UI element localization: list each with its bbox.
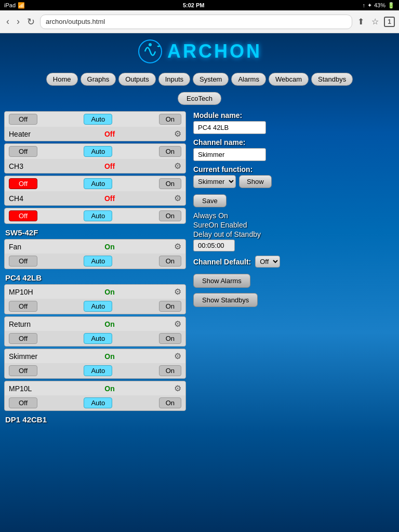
nav-outputs[interactable]: Outputs [118,73,156,86]
heater-off-button[interactable]: Off [9,114,37,125]
ch3-name: CH3 [9,162,45,170]
ch4-red-off-button[interactable]: Off [9,210,37,221]
logo-icon [137,38,163,64]
mp10h-name: MP10H [9,288,45,296]
return-name: Return [9,320,45,328]
mp10l-off-button[interactable]: Off [9,397,37,408]
return-on-button[interactable]: On [159,333,181,344]
content-area: Off Auto On Heater Off ⚙ Off Auto On [0,107,399,430]
logo-container: ARCHON [137,38,262,64]
heater-auto-button[interactable]: Auto [84,114,112,125]
tab-count[interactable]: 1 [384,17,395,27]
address-bar[interactable]: archon/outputs.html [40,15,352,29]
show-function-button[interactable]: Show [239,175,272,188]
mp10l-name: MP10L [9,384,45,393]
heater-on-button[interactable]: On [159,114,181,125]
fan-gear-icon[interactable]: ⚙ [174,242,181,251]
bluetooth-icon: ✦ [367,2,372,9]
channel-block-ch4-red: Off Auto On [4,208,186,224]
delay-time-input[interactable] [193,240,235,251]
share-button[interactable]: ⬆ [355,15,366,29]
mp10l-on-button[interactable]: On [159,397,181,408]
heater-gear-icon[interactable]: ⚙ [174,129,181,139]
status-right: ↑ ✦ 43% 🔋 [362,2,395,9]
show-standbys-button[interactable]: Show Standbys [193,293,258,307]
ch4-red-auto-button[interactable]: Auto [84,210,112,221]
return-auto-button[interactable]: Auto [84,333,112,344]
return-status: On [104,320,114,328]
skimmer-status: On [104,352,114,361]
nav-graphs[interactable]: Graphs [81,73,116,86]
mp10l-gear-icon[interactable]: ⚙ [174,383,181,393]
show-alarms-button[interactable]: Show Alarms [193,274,250,288]
url-text: archon/outputs.html [46,18,105,25]
channel-block-mp10h: MP10H On ⚙ Off Auto On [4,284,186,314]
channel-block-return: Return On ⚙ Off Auto On [4,316,186,347]
nav-standbys[interactable]: Standbys [311,73,353,86]
current-function-label: Current function: [193,165,393,174]
nav-alarms[interactable]: Alarms [231,73,265,86]
header: ARCHON [0,33,399,69]
ch3-on-button[interactable]: On [159,146,181,157]
channel-block-fan: Fan On ⚙ Off Auto On [4,239,186,269]
channel-row-top-skimmer: Skimmer On ⚙ [5,349,185,363]
ch3-red-on-button[interactable]: On [159,178,181,189]
browser-chrome: ‹ › ↻ archon/outputs.html ⬆ ☆ 1 [0,10,399,33]
fan-auto-button[interactable]: Auto [84,256,112,267]
forward-button[interactable]: › [15,14,22,29]
mp10h-gear-icon[interactable]: ⚙ [174,287,181,297]
fan-status: On [104,243,114,251]
nav-inputs[interactable]: Inputs [158,73,190,86]
fan-off-button[interactable]: Off [9,256,37,267]
current-function-row: Skimmer Show [193,175,393,188]
channel-row-top-fan: Fan On ⚙ [5,240,185,254]
ch3-gear-icon[interactable]: ⚙ [174,161,181,171]
back-button[interactable]: ‹ [4,14,11,29]
skimmer-off-button[interactable]: Off [9,365,37,376]
nav-home[interactable]: Home [46,73,78,86]
ch3-red-off-button[interactable]: Off [9,178,37,189]
always-on-text: Always On [193,211,393,220]
nav-webcam[interactable]: Webcam [269,73,309,86]
channel-row-bottom-ch4: CH4 Off ⚙ [5,191,185,205]
channel-default-label: Channel Default: [193,258,251,266]
function-select[interactable]: Skimmer [193,175,236,188]
ecotech-button[interactable]: EcoTech [178,92,221,105]
nav-system[interactable]: System [193,73,229,86]
channel-row-top-mp10l: MP10L On ⚙ [5,381,185,395]
bookmark-button[interactable]: ☆ [369,15,381,29]
heater-status: Off [104,130,115,138]
channel-default-select[interactable]: Off On [255,256,280,268]
mp10h-on-button[interactable]: On [159,301,181,312]
sureon-text: SureOn Enabled [193,221,393,229]
ecotech-nav: EcoTech [0,90,399,107]
ch3-red-auto-button[interactable]: Auto [84,178,112,189]
return-gear-icon[interactable]: ⚙ [174,319,181,329]
svg-point-1 [149,43,152,46]
mp10l-auto-button[interactable]: Auto [84,397,112,408]
ch4-gear-icon[interactable]: ⚙ [174,193,181,203]
skimmer-gear-icon[interactable]: ⚙ [174,351,181,361]
save-button[interactable]: Save [193,194,227,207]
channel-default-row: Channel Default: Off On [193,256,393,268]
channel-row-bottom-return: Off Auto On [5,331,185,346]
delay-text: Delay out of Standby [193,230,393,238]
arrow-icon: ↑ [362,2,365,8]
channel-row-top-return: Return On ⚙ [5,317,185,331]
skimmer-on-button[interactable]: On [159,365,181,376]
channel-name-input[interactable] [193,148,266,161]
reload-button[interactable]: ↻ [25,14,37,30]
mp10h-auto-button[interactable]: Auto [84,301,112,312]
partial-group-header: DP1 42CB1 [4,413,186,426]
module-name-input[interactable] [193,121,266,134]
channel-block-mp10l: MP10L On ⚙ Off Auto On [4,381,186,411]
ch3-off-button[interactable]: Off [9,146,37,157]
fan-on-button[interactable]: On [159,256,181,267]
mp10h-off-button[interactable]: Off [9,301,37,312]
ch3-auto-button[interactable]: Auto [84,146,112,157]
skimmer-auto-button[interactable]: Auto [84,365,112,376]
channel-row-top-ch3: Off Auto On [5,144,185,159]
fan-name: Fan [9,243,45,251]
return-off-button[interactable]: Off [9,333,37,344]
ch4-red-on-button[interactable]: On [159,210,181,221]
